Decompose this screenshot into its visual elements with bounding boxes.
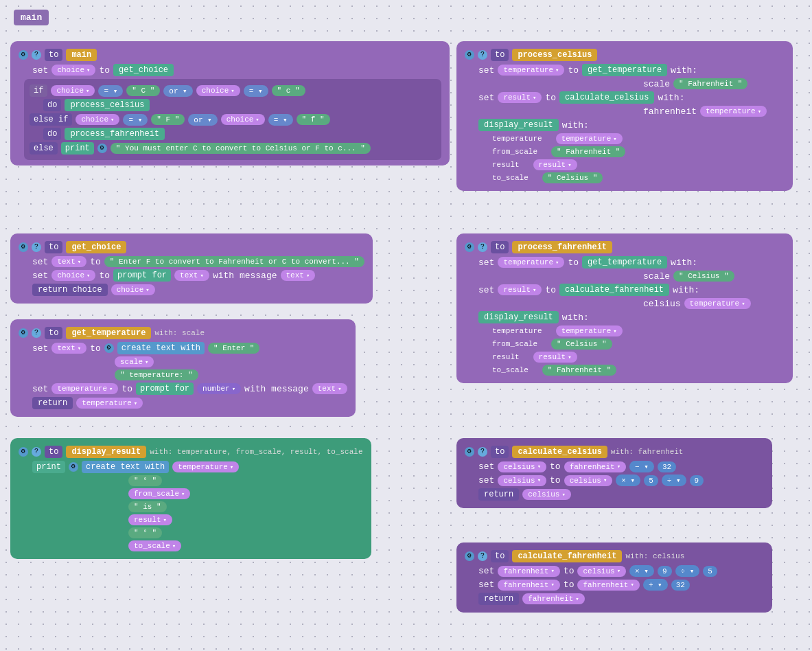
calculate-celsius-fn-block: ⚙ ? to calculate_celsius with: fahrenhei…: [456, 438, 772, 508]
calc-fahrenheit-call[interactable]: calculate_fahrenheit: [559, 284, 669, 296]
scale-label2: scale: [643, 271, 670, 282]
num-9b: 9: [658, 566, 672, 577]
get-choice-fn-block: ⚙ ? to get_choice set text to " Enter F …: [10, 233, 373, 304]
choice-var5[interactable]: choice: [221, 114, 265, 125]
help-icon: ?: [32, 50, 41, 60]
to-kw13: to: [568, 258, 579, 268]
temperature-ret[interactable]: temperature: [76, 398, 143, 409]
to-kw18: to: [491, 550, 509, 562]
fahrenheit-var1[interactable]: fahrenheit: [564, 461, 626, 472]
main-tag: main: [14, 10, 49, 25]
or-kw2[interactable]: or ▾: [188, 114, 217, 126]
fahrenheit-var4[interactable]: fahrenheit: [577, 580, 639, 591]
with-kw3: with:: [562, 120, 589, 130]
get-temp-call1[interactable]: get_temperature: [582, 64, 667, 76]
help-icon8: ?: [478, 551, 487, 561]
choice-var2[interactable]: choice: [51, 85, 95, 96]
str-celsius2: " Celsius ": [673, 271, 734, 282]
get-temp-call2[interactable]: get_temperature: [582, 256, 667, 269]
str-enter: " Enter ": [208, 343, 259, 354]
str-f: " f ": [297, 114, 330, 125]
set-kw7: set: [478, 93, 494, 103]
choice-var6[interactable]: choice: [51, 270, 95, 281]
eq-op2[interactable]: = ▾: [244, 85, 268, 97]
process-celsius-call[interactable]: process_celsius: [65, 99, 150, 111]
div-op2[interactable]: ÷ ▾: [675, 565, 700, 577]
str-fahrenheit3: " Fahrenheit ": [542, 365, 616, 376]
temperature-var6[interactable]: temperature: [684, 298, 751, 309]
result-var1[interactable]: result: [498, 92, 542, 103]
set-kw10: set: [478, 461, 494, 472]
do-kw1: do: [43, 99, 61, 111]
text-var3[interactable]: text: [281, 270, 316, 281]
temperature-var3[interactable]: temperature: [700, 106, 767, 117]
scale-var1[interactable]: scale: [115, 356, 154, 367]
text-var1[interactable]: text: [51, 256, 86, 267]
fahrenheit-var3[interactable]: fahrenheit: [498, 580, 559, 591]
number-type[interactable]: number: [197, 383, 241, 394]
display-call1[interactable]: display_result: [478, 119, 559, 131]
text-var4[interactable]: text: [51, 343, 86, 354]
print-kw1: print: [61, 142, 94, 155]
result-var2[interactable]: result: [533, 159, 577, 170]
celsius-var1[interactable]: celsius: [498, 461, 546, 472]
to-scale-var[interactable]: to_scale: [128, 540, 181, 551]
temp-var-d[interactable]: temperature: [172, 461, 239, 472]
to-kw15: to: [491, 446, 509, 458]
celsius-var3[interactable]: celsius: [564, 475, 613, 486]
celsius-var2[interactable]: celsius: [498, 475, 546, 486]
temperature-var4[interactable]: temperature: [556, 133, 623, 144]
create-text-icon: ⚙: [104, 343, 114, 353]
display-call2[interactable]: display_result: [478, 311, 559, 323]
process-fahrenheit-call[interactable]: process_fahrenheit: [65, 128, 165, 140]
div-op1[interactable]: ÷ ▾: [662, 475, 686, 486]
if-kw: if: [30, 84, 47, 97]
fahrenheit-var2[interactable]: fahrenheit: [498, 566, 559, 577]
to-kw7: to: [121, 384, 132, 394]
text-var5[interactable]: text: [312, 383, 347, 394]
eq-op4[interactable]: = ▾: [268, 114, 293, 126]
return-kw4: return: [478, 593, 519, 605]
choice-var1[interactable]: choice: [51, 65, 95, 76]
to-kw19: to: [564, 566, 575, 576]
with-kw4: with:: [671, 258, 697, 268]
with-kw2: with:: [658, 93, 684, 103]
temperature-var2[interactable]: temperature: [498, 65, 564, 76]
choice-var4[interactable]: choice: [76, 114, 119, 125]
str-F: " F ": [151, 114, 185, 125]
times-op1[interactable]: × ▾: [616, 475, 640, 486]
gear-icon8: ⚙: [465, 551, 474, 561]
minus-op[interactable]: − ▾: [629, 461, 654, 472]
choice-ret-var[interactable]: choice: [111, 284, 155, 295]
get-choice-call[interactable]: get_choice: [113, 64, 174, 76]
or-kw1[interactable]: or ▾: [163, 85, 192, 97]
result-var3[interactable]: result: [498, 284, 542, 295]
params-calc-fahrenheit: with: celsius: [625, 552, 684, 560]
return-kw2: return: [32, 397, 73, 409]
eq-op3[interactable]: = ▾: [123, 114, 148, 126]
eq-op1[interactable]: = ▾: [98, 85, 123, 97]
gear-icon3: ⚙: [19, 328, 28, 338]
choice-var3[interactable]: choice: [196, 85, 240, 96]
result-var-d[interactable]: result: [128, 514, 172, 525]
celsius-ret[interactable]: celsius: [522, 489, 571, 500]
print-str: " You must enter C to convert to Celsius…: [111, 143, 371, 154]
temperature-var5[interactable]: temperature: [498, 257, 564, 268]
params-calc-celsius: with: fahrenheit: [611, 448, 684, 456]
temperature-var7[interactable]: temperature: [556, 326, 623, 336]
plus-op[interactable]: + ▾: [643, 579, 668, 591]
process-celsius-fn-block: ⚙ ? to process_celsius set temperature t…: [456, 41, 793, 191]
result-var4[interactable]: result: [533, 352, 577, 363]
text-var2[interactable]: text: [174, 270, 209, 281]
temperature-var1[interactable]: temperature: [51, 383, 118, 394]
to-kw6: to: [90, 343, 101, 354]
from-scale-var[interactable]: from_scale: [128, 488, 190, 499]
to-kw20: to: [564, 580, 575, 590]
calc-celsius-call[interactable]: calculate_celsius: [559, 91, 654, 104]
to-kw2: to: [45, 241, 62, 253]
set-kw4: set: [32, 343, 48, 354]
celsius-var4[interactable]: celsius: [577, 566, 626, 577]
fahrenheit-ret[interactable]: fahrenheit: [522, 593, 584, 604]
create-text-icon2: ⚙: [69, 462, 78, 472]
times-op2[interactable]: × ▾: [629, 565, 654, 577]
